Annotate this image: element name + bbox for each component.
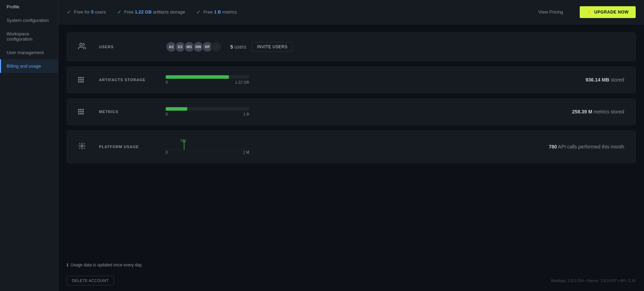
metrics-card-title: METRICS: [99, 110, 155, 114]
metrics-stat: 258.39 M metrics stored: [548, 109, 624, 114]
view-pricing-button[interactable]: View Pricing: [533, 7, 569, 17]
sidebar: Profile System configuration Workspace c…: [0, 0, 58, 291]
sidebar-item-workspace-config[interactable]: Workspace configuration: [0, 27, 58, 46]
platform-stat-count: 780: [549, 144, 557, 149]
artifacts-scale-min: 0: [166, 80, 168, 84]
bolt-icon: ⚡: [587, 10, 592, 15]
plan-banner: ✓ Free for 5 users ✓ Free 1.22 GB artifa…: [58, 0, 644, 24]
upgrade-label: UPGRADE NOW: [594, 10, 629, 15]
svg-point-1: [81, 145, 83, 147]
user-count-number: 5: [230, 44, 233, 50]
artifacts-stat-amount: 936.14 MB: [586, 77, 609, 83]
platform-visual: 780 0 1 M: [166, 139, 537, 154]
free-metrics-amount: 1 B: [214, 9, 221, 15]
metrics-icon: [78, 109, 88, 114]
free-storage-info: ✓ Free 1.22 GB artifacts storage: [117, 9, 185, 15]
artifacts-scale-labels: 0 1.22 GB: [166, 80, 249, 84]
sidebar-item-profile[interactable]: Profile: [0, 0, 58, 14]
users-card: USERS AS ES MG NW RP + 5 users INVITE US…: [67, 33, 636, 61]
page-footer: ℹ Usage data is updated once every day. …: [58, 260, 644, 291]
platform-scale-min: 0: [166, 151, 168, 154]
free-metrics-info: ✓ Free 1 B metrics: [196, 9, 237, 15]
artifacts-visual: 0 1.22 GB: [166, 75, 537, 84]
artifacts-icon: [78, 77, 88, 83]
check-icon: ✓: [67, 9, 71, 15]
artifacts-progress-fill: [166, 75, 229, 79]
platform-card-title: PLATFORM USAGE: [99, 145, 155, 149]
metrics-stat-amount: 258.39 M: [572, 109, 592, 114]
free-users-text: Free for 5 users: [74, 9, 106, 15]
sidebar-item-label: Workspace configuration: [7, 31, 32, 42]
info-icon: ℹ: [67, 263, 68, 267]
metrics-visual: 0 1 B: [166, 107, 537, 116]
invite-users-button[interactable]: INVITE USERS: [252, 42, 293, 52]
free-metrics-text: Free 1 B metrics: [204, 9, 237, 15]
free-users-info: ✓ Free for 5 users: [67, 9, 106, 15]
delete-account-button[interactable]: DELETE ACCOUNT: [67, 276, 114, 285]
check-icon-storage: ✓: [117, 9, 122, 15]
free-storage-amount: 1.22 GB: [135, 9, 151, 15]
usage-note: ℹ Usage data is updated once every day.: [67, 263, 636, 267]
main-content: ✓ Free for 5 users ✓ Free 1.22 GB artifa…: [58, 0, 644, 291]
users-icon: [78, 42, 88, 52]
billing-content: USERS AS ES MG NW RP + 5 users INVITE US…: [58, 24, 644, 260]
artifacts-scale-max: 1.22 GB: [235, 80, 249, 84]
sidebar-item-label: Profile: [7, 4, 19, 9]
platform-stat-label: API calls performed this month: [557, 144, 624, 149]
platform-icon: [78, 142, 88, 152]
spike-label: 780: [180, 139, 186, 143]
metrics-stat-label: metrics stored: [592, 109, 624, 114]
version-info: WebApp: 3.8.0-254 • Server: 3.8.0-637 • …: [551, 279, 636, 283]
sidebar-item-system-config[interactable]: System configuration: [0, 14, 58, 27]
metrics-scale-min: 0: [166, 112, 168, 116]
avatar-list: AS ES MG NW RP + 5 users INVITE USERS: [166, 41, 624, 52]
sidebar-item-label: User management: [7, 50, 44, 55]
platform-scale-max: 1 M: [243, 151, 249, 154]
platform-card: PLATFORM USAGE 780: [67, 130, 636, 163]
users-count-text: 5 users: [230, 44, 246, 50]
users-card-title: USERS: [99, 45, 155, 49]
users-avatars-area: AS ES MG NW RP + 5 users INVITE USERS: [166, 41, 624, 52]
free-storage-text: Free 1.22 GB artifacts storage: [124, 9, 185, 15]
artifacts-stat-label: stored: [609, 77, 624, 83]
svg-point-0: [80, 43, 82, 45]
sidebar-item-label: Billing and usage: [7, 63, 41, 69]
metrics-progress-fill: [166, 107, 187, 111]
artifacts-card-title: ARTIFACTS STORAGE: [99, 78, 155, 82]
platform-stat: 780 API calls performed this month: [548, 144, 624, 149]
artifacts-progress-bg: [166, 75, 249, 79]
metrics-scale-max: 1 B: [243, 112, 249, 116]
sidebar-item-billing[interactable]: Billing and usage: [0, 59, 58, 73]
artifacts-card: ARTIFACTS STORAGE 0 1.22 GB 936.14 MB st…: [67, 67, 636, 93]
metrics-scale-labels: 0 1 B: [166, 112, 249, 116]
artifacts-stat: 936.14 MB stored: [548, 77, 624, 83]
sidebar-item-user-management[interactable]: User management: [0, 46, 58, 59]
metrics-card: METRICS 0 1 B 258.39 M metrics stored: [67, 99, 636, 125]
free-users-count: 5: [91, 9, 93, 15]
upgrade-button[interactable]: ⚡ UPGRADE NOW: [580, 6, 636, 18]
usage-note-text: Usage data is updated once every day.: [71, 263, 142, 267]
check-icon-metrics: ✓: [196, 9, 201, 15]
avatar-empty: +: [211, 41, 222, 52]
sidebar-item-label: System configuration: [7, 18, 49, 23]
metrics-progress-bg: [166, 107, 249, 111]
platform-chart-area: 780 0 1 M: [166, 139, 249, 154]
footer-bottom: DELETE ACCOUNT WebApp: 3.8.0-254 • Serve…: [67, 273, 636, 285]
